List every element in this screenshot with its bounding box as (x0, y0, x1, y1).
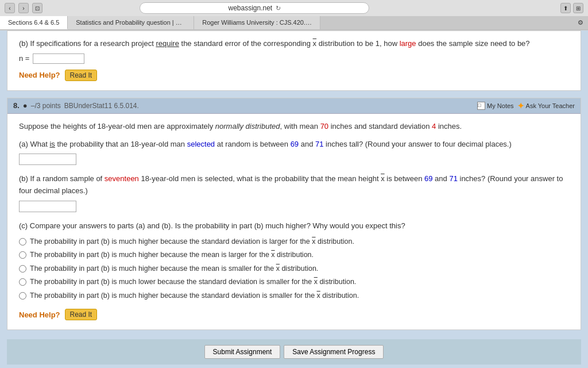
need-help-label-top: Need Help? (19, 71, 60, 79)
my-notes-label: My Notes (487, 102, 513, 109)
share-button[interactable]: ⬆ (560, 3, 571, 13)
forward-button[interactable]: › (18, 3, 29, 13)
url-text: webassign.net (228, 4, 272, 12)
top-content-section: (b) If specifications for a research pro… (7, 30, 581, 91)
need-help-top: Need Help? Read It (19, 70, 569, 81)
plus-icon: ✦ (517, 101, 524, 110)
need-help-label-q8: Need Help? (19, 310, 60, 319)
url-bar[interactable]: webassign.net ↻ (140, 2, 369, 14)
view-button[interactable]: ⊡ (32, 3, 42, 13)
need-help-q8: Need Help? Read It (19, 309, 569, 320)
question-points: –/3 points (31, 102, 61, 110)
radio-label-4: The probability in part (b) is much lowe… (30, 277, 356, 288)
save-progress-button[interactable]: Save Assignment Progress (284, 345, 384, 359)
radio-4[interactable] (19, 278, 26, 286)
browser-actions: ⬆ ⊞ (560, 3, 583, 13)
n-label: n = (19, 54, 29, 63)
new-tab-button[interactable]: ⊞ (573, 3, 583, 13)
question-intro: Suppose the heights of 18-year-old men a… (19, 121, 569, 133)
submit-assignment-button[interactable]: Submit Assignment (204, 345, 281, 359)
tabs-bar: Sections 6.4 & 6.5 Statistics and Probab… (0, 16, 588, 30)
radio-option-1: The probability in part (b) is much high… (19, 237, 569, 247)
n-row: n = (19, 53, 569, 64)
tab-sections[interactable]: Sections 6.4 & 6.5 (0, 16, 68, 29)
tab-chegg[interactable]: Statistics and Probability question | Ch… (68, 16, 194, 29)
back-button[interactable]: ‹ (5, 3, 15, 13)
browser-chrome: ‹ › ⊡ webassign.net ↻ ⬆ ⊞ Sections 6.4 &… (0, 0, 588, 30)
read-it-button-q8[interactable]: Read It (65, 309, 98, 320)
part-a-text: (a) What is the probability that an 18-y… (19, 139, 569, 151)
page-wrapper: (b) If specifications for a research pro… (0, 30, 588, 368)
note-icon: □ (477, 102, 485, 110)
radio-label-3: The probability in part (b) is much high… (30, 264, 318, 274)
part-b-text: (b) If specifications for a research pro… (19, 38, 569, 50)
footer-bar: Submit Assignment Save Assignment Progre… (7, 339, 581, 365)
radio-label-1: The probability in part (b) is much high… (30, 237, 354, 247)
radio-5[interactable] (19, 292, 26, 300)
radio-option-5: The probability in part (b) is much high… (19, 291, 569, 301)
radio-option-4: The probability in part (b) is much lowe… (19, 277, 569, 288)
refresh-icon[interactable]: ↻ (276, 5, 281, 12)
radio-option-2: The probability in part (b) is much high… (19, 250, 569, 260)
dot-icon: ● (23, 101, 28, 110)
radio-options: The probability in part (b) is much high… (19, 237, 569, 301)
browser-toolbar: ‹ › ⊡ webassign.net ↻ ⬆ ⊞ (0, 0, 588, 16)
ask-teacher-label: Ask Your Teacher (526, 102, 575, 109)
radio-2[interactable] (19, 251, 26, 259)
radio-3[interactable] (19, 265, 26, 273)
n-input[interactable] (33, 53, 84, 64)
part-a-input[interactable] (19, 154, 76, 165)
part-c-text: (c) Compare your answers to parts (a) an… (19, 220, 569, 232)
course-code: BBUnderStat11 6.5.014. (64, 102, 139, 110)
radio-1[interactable] (19, 238, 26, 246)
tab-spacer (320, 16, 573, 29)
question-8-block: 8. ● –/3 points BBUnderStat11 6.5.014. □… (7, 98, 581, 330)
extension-icon[interactable]: ⚙ (573, 16, 588, 29)
part-b-input[interactable] (19, 201, 76, 212)
part-c: (c) Compare your answers to parts (a) an… (19, 220, 569, 301)
tab-roger-williams[interactable]: Roger Williams University : CJS.420.91C-… (194, 16, 320, 29)
radio-label-5: The probability in part (b) is much high… (30, 291, 359, 301)
read-it-button-top[interactable]: Read It (65, 70, 98, 81)
ask-teacher-button[interactable]: ✦ Ask Your Teacher (517, 101, 575, 110)
part-b: (b) If a random sample of seventeen 18-y… (19, 173, 569, 212)
question-8-body: Suppose the heights of 18-year-old men a… (7, 114, 581, 329)
part-a: (a) What is the probability that an 18-y… (19, 139, 569, 166)
header-right: □ My Notes ✦ Ask Your Teacher (477, 101, 575, 110)
spacer (7, 330, 581, 339)
question-number: 8. (13, 101, 20, 110)
part-b-text: (b) If a random sample of seventeen 18-y… (19, 173, 569, 197)
radio-label-2: The probability in part (b) is much high… (30, 250, 314, 260)
radio-option-3: The probability in part (b) is much high… (19, 264, 569, 274)
my-notes-button[interactable]: □ My Notes (477, 102, 513, 110)
question-8-header: 8. ● –/3 points BBUnderStat11 6.5.014. □… (7, 98, 581, 114)
